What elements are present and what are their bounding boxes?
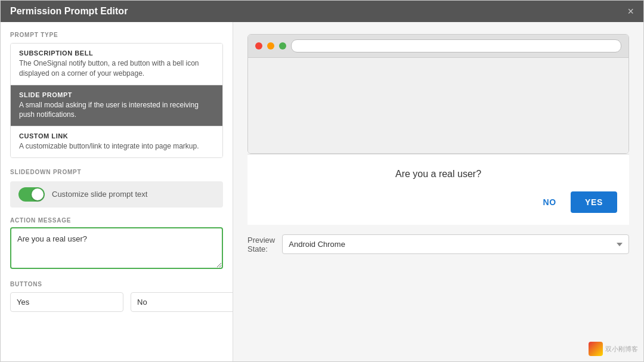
- prompt-type-subscription-bell[interactable]: SUBSCRIPTION BELL The OneSignal notify b…: [11, 44, 222, 85]
- left-panel: PROMPT TYPE SUBSCRIPTION BELL The OneSig…: [1, 22, 233, 361]
- prompt-type-slide-prompt[interactable]: SLIDE PROMPT A small modal asking if the…: [11, 85, 222, 127]
- slidedown-preview: Are you a real user? NO YES: [247, 154, 629, 225]
- slidedown-prompt-label: SLIDEDOWN PROMPT: [10, 169, 223, 175]
- browser-content: [248, 58, 628, 153]
- preview-buttons: NO YES: [259, 191, 617, 213]
- preview-label-line1: Preview: [247, 236, 275, 245]
- watermark-logo: [589, 342, 603, 356]
- prompt-type-label: PROMPT TYPE: [10, 32, 223, 38]
- dialog-body: PROMPT TYPE SUBSCRIPTION BELL The OneSig…: [1, 22, 643, 361]
- subscription-bell-desc: The OneSignal notify button, a red butto…: [19, 58, 214, 79]
- buttons-row: [10, 292, 223, 312]
- browser-dot-yellow: [267, 42, 274, 49]
- preview-state-label: Preview State:: [247, 236, 275, 253]
- prompt-type-list: SUBSCRIPTION BELL The OneSignal notify b…: [10, 43, 223, 158]
- action-message-label: ACTION MESSAGE: [10, 217, 223, 224]
- browser-dot-green: [279, 42, 286, 49]
- preview-yes-button[interactable]: YES: [571, 191, 617, 213]
- preview-no-button[interactable]: NO: [534, 193, 564, 212]
- custom-link-desc: A customizable button/link to integrate …: [19, 141, 214, 151]
- browser-mockup: [247, 34, 629, 154]
- toggle-row: Customize slide prompt text: [10, 181, 223, 208]
- watermark: 双小刚博客: [589, 342, 638, 356]
- preview-state-row: Preview State: Android Chrome iOS Safari…: [247, 234, 629, 254]
- action-message-input[interactable]: [10, 227, 223, 269]
- buttons-label: BUTTONS: [10, 281, 223, 287]
- close-button[interactable]: ×: [627, 6, 634, 17]
- no-button-input[interactable]: [131, 292, 233, 312]
- dialog-header: Permission Prompt Editor ×: [1, 1, 643, 22]
- subscription-bell-title: SUBSCRIPTION BELL: [19, 49, 214, 57]
- dialog-title: Permission Prompt Editor: [10, 6, 128, 17]
- dialog: Permission Prompt Editor × PROMPT TYPE S…: [0, 0, 644, 362]
- preview-label-line2: State:: [247, 245, 268, 253]
- toggle-label: Customize slide prompt text: [52, 190, 147, 199]
- slide-prompt-title: SLIDE PROMPT: [19, 91, 214, 98]
- yes-button-input[interactable]: [10, 292, 123, 312]
- prompt-type-custom-link[interactable]: CUSTOM LINK A customizable button/link t…: [11, 126, 222, 157]
- customize-toggle[interactable]: [18, 187, 45, 202]
- watermark-text: 双小刚博客: [605, 345, 638, 354]
- right-panel: Are you a real user? NO YES Preview Stat…: [233, 22, 643, 361]
- browser-chrome: [248, 35, 628, 58]
- preview-state-select[interactable]: Android Chrome iOS Safari Desktop Chrome…: [282, 234, 629, 254]
- browser-dot-red: [255, 42, 262, 49]
- preview-message: Are you a real user?: [259, 169, 617, 180]
- custom-link-title: CUSTOM LINK: [19, 132, 214, 140]
- slide-prompt-desc: A small modal asking if the user is inte…: [19, 100, 214, 120]
- browser-url-bar: [291, 39, 621, 52]
